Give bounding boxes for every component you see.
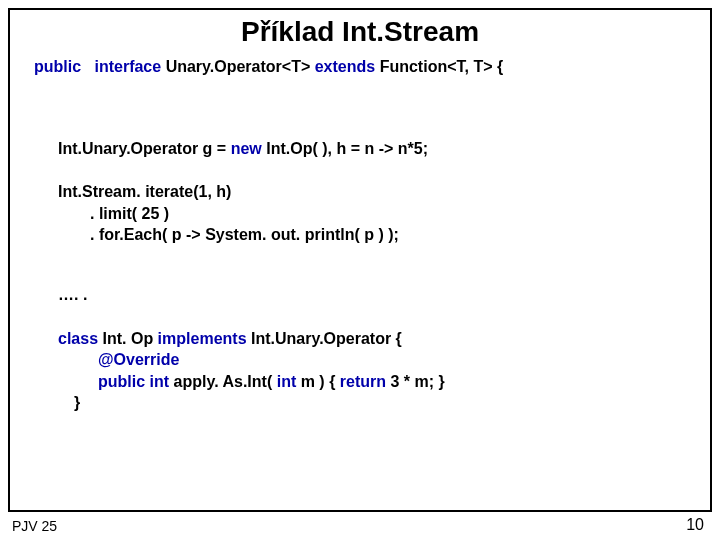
keyword-public: public (34, 58, 81, 75)
code-line-4: . limit( 25 ) (34, 203, 686, 225)
code-text: apply. As.Int( (174, 373, 277, 390)
keyword-interface: interface (94, 58, 161, 75)
code-text: Function<T, T> { (380, 58, 504, 75)
code-line-2: Int.Unary.Operator g = new Int.Op( ), h … (34, 138, 686, 160)
code-line-7: @Override (34, 349, 686, 371)
keyword-int: int (277, 373, 297, 390)
code-text: m ) { (301, 373, 340, 390)
code-line-8: public int apply. As.Int( int m ) { retu… (34, 371, 686, 393)
code-dots: …. . (34, 284, 686, 306)
code-text: Unary.Operator<T> (166, 58, 315, 75)
keyword-return: return (340, 373, 386, 390)
code-line-3: Int.Stream. iterate(1, h) (34, 181, 686, 203)
keyword-new: new (231, 140, 262, 157)
code-text: 3 * m; } (391, 373, 445, 390)
keyword-class: class (58, 330, 98, 347)
keyword-extends: extends (315, 58, 375, 75)
slide-frame: Příklad Int.Stream public interface Unar… (8, 8, 712, 512)
code-line-1: public interface Unary.Operator<T> exten… (34, 56, 686, 78)
code-line-5: . for.Each( p -> System. out. println( p… (34, 224, 686, 246)
slide-title: Příklad Int.Stream (34, 16, 686, 48)
code-text: Int. Op (103, 330, 158, 347)
keyword-public-int: public int (98, 373, 169, 390)
keyword-implements: implements (158, 330, 247, 347)
code-text: Int.Op( ), h = n -> n*5; (266, 140, 428, 157)
code-text: Int.Unary.Operator g = (58, 140, 231, 157)
slide-number: 10 (686, 516, 704, 534)
code-block: public interface Unary.Operator<T> exten… (34, 56, 686, 414)
footer-left: PJV 25 (12, 518, 57, 534)
code-text: Int.Unary.Operator { (251, 330, 402, 347)
code-line-9: } (34, 392, 686, 414)
code-line-6: class Int. Op implements Int.Unary.Opera… (34, 328, 686, 350)
